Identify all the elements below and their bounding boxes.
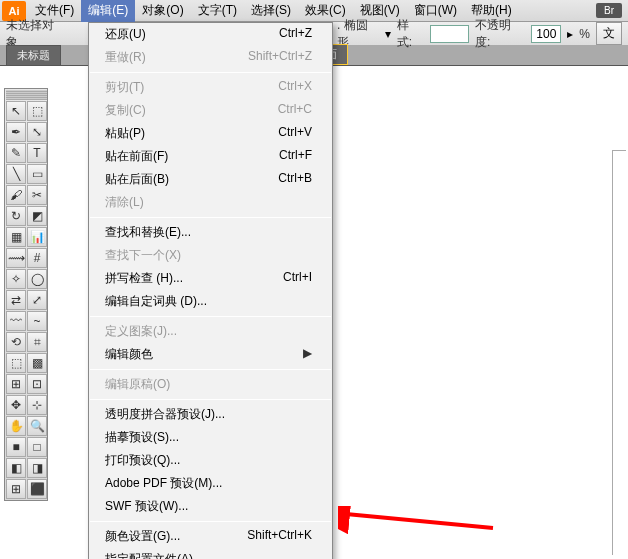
menu-entry-12[interactable]: 拼写检查 (H)...Ctrl+I	[89, 267, 332, 290]
menu-entry-label: 编辑颜色	[105, 346, 153, 363]
menu-entry-15: 定义图案(J)...	[89, 320, 332, 343]
tool-19[interactable]: ⤢	[27, 290, 47, 310]
menu-entry-label: 还原(U)	[105, 26, 146, 43]
menu-item-3[interactable]: 文字(T)	[191, 0, 244, 22]
menu-entry-label: 编辑原稿(O)	[105, 376, 170, 393]
chevron-down-icon[interactable]: ▾	[385, 27, 391, 41]
tool-27[interactable]: ⊡	[27, 374, 47, 394]
menu-separator	[90, 217, 331, 218]
opacity-input[interactable]: 100	[531, 25, 561, 43]
menu-entry-label: 重做(R)	[105, 49, 146, 66]
tool-22[interactable]: ⟲	[6, 332, 26, 352]
document-tab[interactable]: 未标题	[6, 45, 61, 65]
tool-18[interactable]: ⇄	[6, 290, 26, 310]
tool-0[interactable]: ↖	[6, 101, 26, 121]
menu-entry-22[interactable]: 打印预设(Q)...	[89, 449, 332, 472]
menu-entry-3: 剪切(T)Ctrl+X	[89, 76, 332, 99]
menu-entry-label: 复制(C)	[105, 102, 146, 119]
tool-12[interactable]: ▦	[6, 227, 26, 247]
menu-entry-18: 编辑原稿(O)	[89, 373, 332, 396]
menu-entry-10[interactable]: 查找和替换(E)...	[89, 221, 332, 244]
menu-entry-26[interactable]: 颜色设置(G)...Shift+Ctrl+K	[89, 525, 332, 548]
menu-entry-6[interactable]: 贴在前面(F)Ctrl+F	[89, 145, 332, 168]
tool-1[interactable]: ⬚	[27, 101, 47, 121]
tool-8[interactable]: 🖌	[6, 185, 26, 205]
menu-entry-27[interactable]: 指定配置文件(A)...	[89, 548, 332, 559]
tool-30[interactable]: ✋	[6, 416, 26, 436]
tool-3[interactable]: ⤡	[27, 122, 47, 142]
tool-29[interactable]: ⊹	[27, 395, 47, 415]
menu-entry-24[interactable]: SWF 预设(W)...	[89, 495, 332, 518]
menu-entry-13[interactable]: 编辑自定词典 (D)...	[89, 290, 332, 313]
menu-entry-20[interactable]: 透明度拼合器预设(J)...	[89, 403, 332, 426]
menu-entry-label: 剪切(T)	[105, 79, 144, 96]
menu-entry-label: 拼写检查 (H)...	[105, 270, 183, 287]
tool-6[interactable]: ╲	[6, 164, 26, 184]
menu-entry-16[interactable]: 编辑颜色▶	[89, 343, 332, 366]
tool-14[interactable]: ⟿	[6, 248, 26, 268]
tool-10[interactable]: ↻	[6, 206, 26, 226]
tool-37[interactable]: ⬛	[27, 479, 47, 499]
toolbox-handle[interactable]	[6, 90, 47, 100]
menu-entry-shortcut: Ctrl+I	[283, 270, 312, 287]
menu-entry-4: 复制(C)Ctrl+C	[89, 99, 332, 122]
style-dropdown[interactable]	[430, 25, 469, 43]
tool-31[interactable]: 🔍	[27, 416, 47, 436]
menu-entry-label: 查找和替换(E)...	[105, 224, 191, 241]
menu-entry-label: 清除(L)	[105, 194, 144, 211]
menu-entry-7[interactable]: 贴在后面(B)Ctrl+B	[89, 168, 332, 191]
tool-7[interactable]: ▭	[27, 164, 47, 184]
tool-21[interactable]: ~	[27, 311, 47, 331]
tool-36[interactable]: ⊞	[6, 479, 26, 499]
menu-item-1[interactable]: 编辑(E)	[81, 0, 135, 22]
menu-entry-shortcut: Ctrl+F	[279, 148, 312, 165]
tool-15[interactable]: #	[27, 248, 47, 268]
menu-entry-shortcut: Shift+Ctrl+Z	[248, 49, 312, 66]
percent-label: %	[579, 27, 590, 41]
menu-entry-8: 清除(L)	[89, 191, 332, 214]
menu-entry-label: SWF 预设(W)...	[105, 498, 188, 515]
tool-24[interactable]: ⬚	[6, 353, 26, 373]
tool-25[interactable]: ▩	[27, 353, 47, 373]
annotation-arrow	[338, 506, 498, 540]
opacity-stepper[interactable]: ▸	[567, 27, 573, 41]
tool-11[interactable]: ◩	[27, 206, 47, 226]
tool-34[interactable]: ◧	[6, 458, 26, 478]
tool-17[interactable]: ◯	[27, 269, 47, 289]
tool-26[interactable]: ⊞	[6, 374, 26, 394]
menu-entry-label: 透明度拼合器预设(J)...	[105, 406, 225, 423]
menu-item-4[interactable]: 选择(S)	[244, 0, 298, 22]
toolbox: ↖⬚✒⤡✎T╲▭🖌✂↻◩▦📊⟿#✧◯⇄⤢〰~⟲⌗⬚▩⊞⊡✥⊹✋🔍■□◧◨⊞⬛	[4, 88, 48, 501]
menu-entry-21[interactable]: 描摹预设(S)...	[89, 426, 332, 449]
tool-33[interactable]: □	[27, 437, 47, 457]
menu-entry-11: 查找下一个(X)	[89, 244, 332, 267]
tool-5[interactable]: T	[27, 143, 47, 163]
menu-item-2[interactable]: 对象(O)	[135, 0, 190, 22]
submenu-arrow-icon: ▶	[303, 346, 312, 363]
menu-entry-label: 指定配置文件(A)...	[105, 551, 203, 559]
bridge-badge[interactable]: Br	[596, 3, 622, 18]
menu-entry-label: 打印预设(Q)...	[105, 452, 180, 469]
menu-entry-label: 定义图案(J)...	[105, 323, 177, 340]
tool-32[interactable]: ■	[6, 437, 26, 457]
menu-entry-shortcut: Ctrl+Z	[279, 26, 312, 43]
menu-entry-label: 粘贴(P)	[105, 125, 145, 142]
menu-entry-23[interactable]: Adobe PDF 预设(M)...	[89, 472, 332, 495]
canvas	[612, 150, 626, 555]
tool-28[interactable]: ✥	[6, 395, 26, 415]
tool-16[interactable]: ✧	[6, 269, 26, 289]
tool-2[interactable]: ✒	[6, 122, 26, 142]
tool-4[interactable]: ✎	[6, 143, 26, 163]
tool-35[interactable]: ◨	[27, 458, 47, 478]
menu-entry-label: 查找下一个(X)	[105, 247, 181, 264]
menu-separator	[90, 316, 331, 317]
tool-23[interactable]: ⌗	[27, 332, 47, 352]
menubar: Ai 文件(F)编辑(E)对象(O)文字(T)选择(S)效果(C)视图(V)窗口…	[0, 0, 628, 22]
tool-13[interactable]: 📊	[27, 227, 47, 247]
text-button[interactable]: 文	[596, 22, 622, 45]
tool-20[interactable]: 〰	[6, 311, 26, 331]
menu-entry-5[interactable]: 粘贴(P)Ctrl+V	[89, 122, 332, 145]
menu-entry-0[interactable]: 还原(U)Ctrl+Z	[89, 23, 332, 46]
tool-9[interactable]: ✂	[27, 185, 47, 205]
style-label: 样式:	[397, 17, 424, 51]
